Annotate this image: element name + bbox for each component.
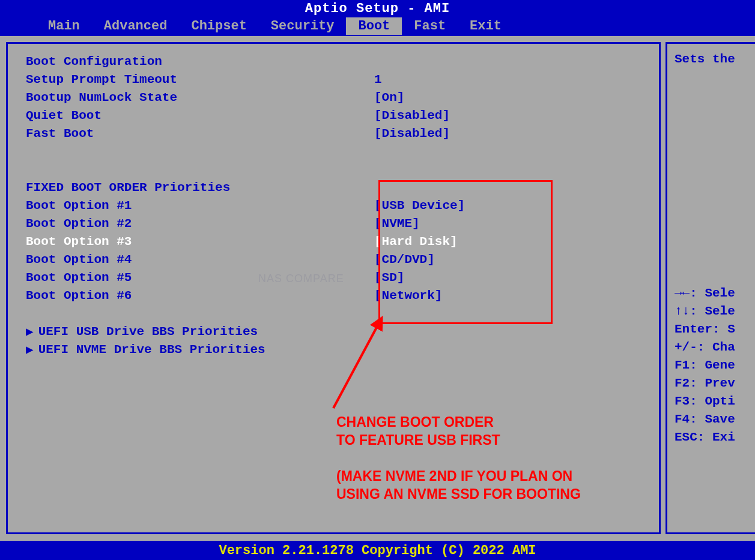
help-description: Sets the: [675, 52, 755, 70]
option-value: [NVME]: [374, 217, 420, 230]
version-text: Version 2.21.1278 Copyright (C) 2022 AMI: [219, 543, 536, 558]
tab-boot[interactable]: Boot: [346, 17, 402, 35]
tab-advanced[interactable]: Advanced: [92, 17, 180, 35]
boot-option-3[interactable]: Boot Option #3 [Hard Disk]: [26, 232, 641, 250]
setting-value: [Disabled]: [374, 109, 450, 122]
boot-option-5[interactable]: Boot Option #5 [SD]: [26, 268, 641, 286]
bios-screen: Aptio Setup - AMI Main Advanced Chipset …: [0, 0, 755, 560]
option-value: [USB Device]: [374, 199, 465, 212]
submenu-label: UEFI NVME Drive BBS Priorities: [38, 343, 265, 357]
boot-option-4[interactable]: Boot Option #4 [CD/DVD]: [26, 250, 641, 268]
boot-option-6[interactable]: Boot Option #6 [Network]: [26, 286, 641, 304]
option-label: Boot Option #3: [26, 235, 374, 248]
tab-chipset[interactable]: Chipset: [179, 17, 258, 35]
setting-setup-prompt-timeout[interactable]: Setup Prompt Timeout 1: [26, 70, 641, 88]
option-label: Boot Option #2: [26, 217, 374, 230]
boot-option-2[interactable]: Boot Option #2 [NVME]: [26, 214, 641, 232]
help-key: F4: Save: [675, 412, 755, 430]
setting-label: Setup Prompt Timeout: [26, 73, 374, 86]
setting-quiet-boot[interactable]: Quiet Boot [Disabled]: [26, 106, 641, 124]
submenu-uefi-nvme[interactable]: ▶ UEFI NVME Drive BBS Priorities: [26, 340, 641, 358]
submenu-uefi-usb[interactable]: ▶ UEFI USB Drive BBS Priorities: [26, 322, 641, 340]
option-label: Boot Option #4: [26, 253, 374, 266]
help-key: F1: Gene: [675, 358, 755, 376]
footer-bar: Version 2.21.1278 Copyright (C) 2022 AMI: [0, 541, 755, 560]
fixed-boot-title: FIXED BOOT ORDER Priorities: [26, 178, 641, 196]
setting-label: Bootup NumLock State: [26, 91, 374, 104]
boot-config-title: Boot Configuration: [26, 52, 641, 70]
help-panel: Sets the →←: Sele ↑↓: Sele Enter: S +/-:…: [666, 42, 755, 534]
option-label: Boot Option #6: [26, 289, 374, 303]
tab-bar: Main Advanced Chipset Security Boot Fast…: [0, 17, 514, 35]
tab-main[interactable]: Main: [36, 17, 92, 35]
tab-exit[interactable]: Exit: [458, 17, 514, 35]
submenu-arrow-icon: ▶: [26, 324, 34, 339]
submenu-arrow-icon: ▶: [26, 342, 34, 357]
tab-security[interactable]: Security: [259, 17, 347, 35]
submenu-label: UEFI USB Drive BBS Priorities: [38, 325, 258, 339]
setting-fast-boot[interactable]: Fast Boot [Disabled]: [26, 124, 641, 142]
help-keys: →←: Sele ↑↓: Sele Enter: S +/-: Cha F1: …: [675, 286, 755, 448]
setting-value: 1: [374, 73, 382, 86]
annotation-line: TO FEATURE USB FIRST: [336, 431, 581, 449]
option-label: Boot Option #1: [26, 199, 374, 212]
help-key: →←: Sele: [675, 286, 755, 304]
setting-value: [On]: [374, 91, 404, 104]
header-bar: Aptio Setup - AMI Main Advanced Chipset …: [0, 0, 755, 36]
option-value: [SD]: [374, 271, 404, 285]
help-key: F2: Prev: [675, 376, 755, 394]
annotation-line: USING AN NVME SSD FOR BOOTING: [336, 485, 581, 503]
help-key: ↑↓: Sele: [675, 304, 755, 322]
help-key: F3: Opti: [675, 394, 755, 412]
setting-label: Quiet Boot: [26, 109, 374, 122]
boot-option-1[interactable]: Boot Option #1 [USB Device]: [26, 196, 641, 214]
setting-label: Fast Boot: [26, 127, 374, 140]
help-key: +/-: Cha: [675, 340, 755, 358]
setting-bootup-numlock[interactable]: Bootup NumLock State [On]: [26, 88, 641, 106]
option-value: [CD/DVD]: [374, 253, 435, 266]
annotation-line: (MAKE NVME 2ND IF YOU PLAN ON: [336, 467, 581, 485]
bios-title: Aptio Setup - AMI: [0, 0, 755, 16]
setting-value: [Disabled]: [374, 127, 450, 140]
annotation-line: CHANGE BOOT ORDER: [336, 413, 581, 431]
help-key: Enter: S: [675, 322, 755, 340]
option-value: [Hard Disk]: [374, 235, 458, 248]
option-value: [Network]: [374, 289, 442, 303]
annotation-text: CHANGE BOOT ORDER TO FEATURE USB FIRST (…: [336, 413, 581, 503]
option-label: Boot Option #5: [26, 271, 374, 285]
help-key: ESC: Exi: [675, 430, 755, 448]
tab-fast[interactable]: Fast: [402, 17, 458, 35]
